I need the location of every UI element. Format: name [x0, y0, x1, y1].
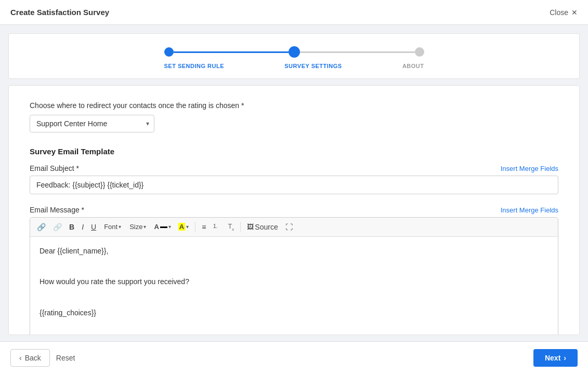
step-label-1[interactable]: SET SENDING RULE: [164, 63, 225, 69]
bold-button[interactable]: B: [67, 221, 77, 233]
insert-merge-fields-link-subject[interactable]: Insert Merge Fields: [501, 165, 558, 172]
close-icon: ✕: [571, 8, 578, 17]
stepper-track: [164, 46, 424, 58]
close-button[interactable]: Close ✕: [550, 8, 578, 17]
editor-body[interactable]: Dear {{client_name}}, How would you rate…: [30, 237, 558, 335]
chevron-down-icon: ▾: [119, 224, 121, 230]
size-label: Size: [129, 223, 142, 231]
footer-left: ‹ Back Reset: [10, 349, 75, 367]
email-line-2: [40, 260, 548, 273]
email-editor: 🔗 🔗 B I U Font ▾ Size: [30, 217, 558, 335]
email-message-row: Email Message * Insert Merge Fields: [30, 206, 558, 214]
email-subject-label: Email Subject *: [30, 164, 79, 172]
email-subject-row: Email Subject * Insert Merge Fields: [30, 164, 558, 172]
fullscreen-button[interactable]: ⛶: [283, 221, 295, 233]
link-button[interactable]: 🔗: [34, 221, 48, 233]
fullscreen-icon: ⛶: [285, 223, 293, 231]
stepper-area: SET SENDING RULE SURVEY SETTINGS ABOUT: [8, 33, 580, 79]
bullet-list-button[interactable]: ≡: [199, 221, 208, 233]
main-content: Choose where to redirect your contacts o…: [8, 85, 580, 335]
bold-icon: B: [69, 223, 74, 231]
email-line-3: How would you rate the support you recei…: [40, 276, 548, 288]
font-dropdown[interactable]: Font ▾: [101, 221, 124, 232]
stepper-line-2: [300, 51, 415, 53]
step-label-3[interactable]: ABOUT: [402, 63, 424, 69]
step-dot-3[interactable]: [415, 47, 424, 57]
font-color-button[interactable]: A ▾: [151, 221, 173, 232]
insert-merge-fields-link-message[interactable]: Insert Merge Fields: [501, 206, 558, 214]
step-label-2[interactable]: SURVEY SETTINGS: [284, 63, 342, 69]
close-label: Close: [550, 8, 568, 17]
email-subject-input[interactable]: [30, 176, 558, 194]
chevron-right-icon: ›: [564, 354, 566, 362]
toolbar-divider-2: [240, 222, 241, 232]
font-color-icon: A: [154, 223, 159, 231]
chevron-down-icon: ▾: [168, 224, 171, 230]
size-dropdown[interactable]: Size ▾: [126, 221, 149, 232]
chevron-left-icon: ‹: [19, 354, 22, 362]
back-button[interactable]: ‹ Back: [10, 349, 50, 367]
email-line-4: [40, 291, 548, 304]
modal-title: Create Satisfaction Survey: [10, 8, 109, 17]
email-message-label: Email Message *: [30, 206, 84, 214]
email-line-6: [40, 323, 548, 335]
color-swatch: [160, 226, 167, 228]
reset-label: Reset: [56, 354, 75, 362]
modal-header: Create Satisfaction Survey Close ✕: [0, 0, 588, 25]
unlink-button[interactable]: 🔗: [50, 221, 64, 233]
bg-color-button[interactable]: A ▾: [176, 221, 191, 232]
clear-format-button[interactable]: Tx: [225, 221, 237, 233]
next-label: Next: [545, 354, 560, 362]
bullet-list-icon: ≡: [202, 223, 206, 231]
numbered-list-icon: 1.: [213, 222, 220, 231]
email-line-5: {{rating_choices}}: [40, 307, 548, 319]
toolbar-divider: [195, 222, 195, 232]
stepper-labels: SET SENDING RULE SURVEY SETTINGS ABOUT: [164, 63, 424, 69]
underline-icon: U: [91, 223, 96, 231]
italic-button[interactable]: I: [79, 221, 86, 233]
source-label: Source: [255, 223, 278, 231]
bg-color-icon: A: [178, 223, 185, 231]
back-label: Back: [25, 354, 41, 362]
next-button[interactable]: Next ›: [533, 349, 578, 367]
image-icon: 🖼: [247, 223, 254, 231]
underline-button[interactable]: U: [88, 221, 99, 233]
step-dot-1[interactable]: [164, 47, 174, 57]
clear-format-icon: Tx: [228, 222, 234, 232]
stepper-line-1: [174, 51, 289, 53]
svg-text:1.: 1.: [213, 223, 217, 229]
reset-button[interactable]: Reset: [56, 354, 75, 362]
italic-icon: I: [82, 223, 84, 231]
step-dot-2[interactable]: [289, 46, 300, 58]
redirect-label: Choose where to redirect your contacts o…: [30, 101, 558, 110]
email-line-1: Dear {{client_name}},: [40, 245, 548, 258]
chevron-down-icon: ▾: [186, 224, 189, 230]
section-title: Survey Email Template: [30, 147, 558, 156]
chevron-down-icon: ▾: [143, 224, 146, 230]
numbered-list-button[interactable]: 1.: [211, 221, 223, 233]
redirect-select-wrapper: Support Center Home ▾: [30, 115, 154, 132]
font-label: Font: [104, 223, 117, 231]
editor-toolbar: 🔗 🔗 B I U Font ▾ Size: [30, 218, 558, 237]
footer: ‹ Back Reset Next ›: [0, 341, 588, 374]
redirect-select[interactable]: Support Center Home: [30, 115, 154, 132]
source-button[interactable]: 🖼 Source: [244, 221, 280, 233]
unlink-icon: 🔗: [53, 223, 62, 231]
link-icon: 🔗: [37, 223, 46, 231]
